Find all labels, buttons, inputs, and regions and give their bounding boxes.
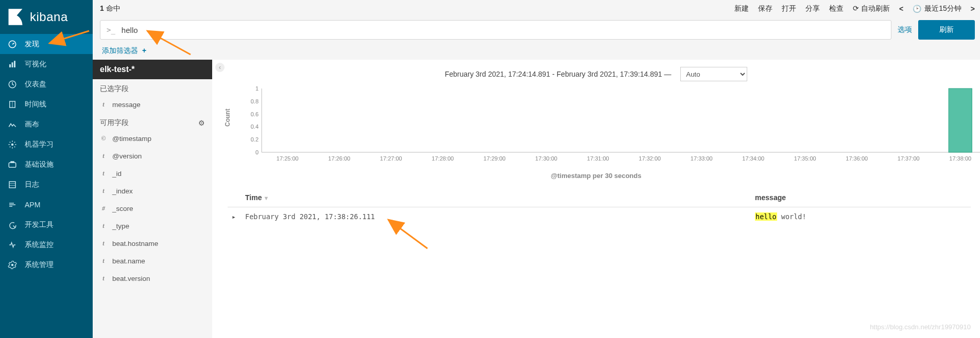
svg-text:17:30:00: 17:30:00 — [535, 155, 557, 162]
top-bar: 1 命中 新建 保存 打开 分享 检查 ⟳ 自动刷新 < 🕑 最近15分钟 > — [93, 0, 980, 17]
svg-text:17:37:00: 17:37:00 — [898, 155, 920, 162]
svg-rect-7 — [9, 163, 16, 167]
nav-item-management[interactable]: 系统管理 — [0, 255, 93, 275]
nav-item-dashboard[interactable]: 仪表盘 — [0, 74, 93, 94]
devtools-icon — [7, 220, 18, 230]
field-type-icon: t — [100, 240, 107, 247]
expand-row-icon[interactable]: ▸ — [228, 207, 241, 226]
chart-y-label: Count — [224, 109, 231, 127]
nav-item-timelion[interactable]: 时间线 — [0, 94, 93, 114]
nav-item-apm[interactable]: APM — [0, 194, 93, 215]
histogram-chart[interactable]: Count 00.20.40.60.8117:25:0017:26:0017:2… — [228, 85, 971, 168]
field-_type[interactable]: t_type — [93, 217, 212, 235]
field-type-icon: t — [100, 187, 107, 195]
field-name-label: @version — [112, 152, 142, 160]
field-type-icon: t — [100, 275, 107, 282]
time-picker[interactable]: 🕑 最近15分钟 — [913, 4, 961, 13]
selected-fields-header: 已选字段 — [93, 79, 212, 96]
svg-point-6 — [11, 143, 14, 146]
time-column-header[interactable]: Time▼ — [241, 188, 751, 207]
nav-item-ml[interactable]: 机器学习 — [0, 134, 93, 154]
svg-text:17:29:00: 17:29:00 — [484, 155, 506, 162]
hit-count: 1 命中 — [100, 4, 121, 13]
table-row[interactable]: ▸February 3rd 2021, 17:38:26.111hello wo… — [228, 207, 971, 226]
chart-x-label: @timestamp per 30 seconds — [212, 172, 980, 180]
infrastructure-icon — [7, 159, 18, 170]
interval-dropdown[interactable]: Auto — [680, 67, 747, 81]
svg-text:17:26:00: 17:26:00 — [328, 155, 350, 162]
field-type-icon: # — [100, 205, 107, 212]
visualize-icon — [7, 59, 18, 69]
menu-new[interactable]: 新建 — [734, 4, 749, 13]
svg-text:0.8: 0.8 — [251, 98, 259, 104]
nav-item-devtools[interactable]: 开发工具 — [0, 215, 93, 235]
field-beat-version[interactable]: tbeat.version — [93, 270, 212, 287]
gear-icon[interactable]: ⚙ — [198, 119, 205, 127]
svg-text:0: 0 — [255, 149, 259, 155]
menu-save[interactable]: 保存 — [758, 4, 772, 13]
refresh-button[interactable]: 刷新 — [918, 20, 975, 40]
svg-text:17:28:00: 17:28:00 — [432, 155, 454, 162]
interval-select[interactable]: Auto — [680, 67, 747, 81]
menu-open[interactable]: 打开 — [782, 4, 796, 13]
message-column-header[interactable]: message — [751, 188, 971, 207]
apm-icon — [7, 200, 18, 210]
field-message[interactable]: tmessage — [93, 96, 212, 113]
time-prev-icon[interactable]: < — [899, 5, 903, 13]
nav-item-canvas[interactable]: 画布 — [0, 114, 93, 134]
nav-item-logs[interactable]: 日志 — [0, 174, 93, 194]
side-nav: kibana 发现可视化仪表盘时间线画布机器学习基础设施日志APM开发工具系统监… — [0, 0, 93, 338]
nav-item-label: 仪表盘 — [25, 80, 46, 89]
options-link[interactable]: 选项 — [898, 25, 912, 34]
field-type-icon: t — [100, 257, 107, 265]
nav-item-visualize[interactable]: 可视化 — [0, 54, 93, 74]
nav-item-monitoring[interactable]: 系统监控 — [0, 235, 93, 255]
query-bar: >_ 选项 刷新 — [93, 17, 980, 42]
menu-share[interactable]: 分享 — [805, 4, 820, 13]
svg-text:17:25:00: 17:25:00 — [277, 155, 299, 162]
kibana-logo-icon — [6, 8, 25, 26]
brand-logo[interactable]: kibana — [0, 0, 93, 34]
field-_id[interactable]: t_id — [93, 165, 212, 182]
available-fields-label: 可用字段 — [100, 118, 129, 128]
field-_score[interactable]: #_score — [93, 200, 212, 217]
field--timestamp[interactable]: ©@timestamp — [93, 130, 212, 147]
field--version[interactable]: t@version — [93, 147, 212, 165]
field-name-label: beat.hostname — [112, 240, 158, 247]
nav-item-label: 开发工具 — [25, 220, 54, 229]
search-input[interactable] — [122, 26, 885, 34]
nav-item-label: APM — [25, 201, 40, 209]
search-box[interactable]: >_ — [100, 20, 891, 40]
nav-item-label: 画布 — [25, 120, 39, 129]
svg-text:17:31:00: 17:31:00 — [587, 155, 609, 162]
field-_index[interactable]: t_index — [93, 182, 212, 200]
nav-item-label: 机器学习 — [25, 140, 54, 149]
canvas-icon — [7, 119, 18, 130]
top-menu: 新建 保存 打开 分享 检查 ⟳ 自动刷新 < 🕑 最近15分钟 > — [734, 4, 975, 13]
svg-text:17:35:00: 17:35:00 — [794, 155, 816, 162]
time-next-icon[interactable]: > — [971, 5, 975, 13]
field-name-label: _index — [112, 187, 133, 195]
cell-message: hello world! — [751, 207, 971, 226]
index-pattern-title[interactable]: elk-test-* — [93, 60, 212, 79]
menu-inspect[interactable]: 检查 — [829, 4, 844, 13]
add-filter-link[interactable]: 添加筛选器 + — [102, 46, 146, 56]
svg-text:17:36:00: 17:36:00 — [846, 155, 868, 162]
field-beat-name[interactable]: tbeat.name — [93, 252, 212, 270]
svg-text:17:34:00: 17:34:00 — [742, 155, 764, 162]
field-type-icon: © — [100, 135, 107, 143]
menu-auto-refresh[interactable]: ⟳ 自动刷新 — [853, 4, 890, 13]
field-type-icon: t — [100, 222, 107, 230]
nav-item-infrastructure[interactable]: 基础设施 — [0, 154, 93, 174]
timelion-icon — [7, 99, 18, 110]
ml-icon — [7, 139, 18, 150]
highlight: hello — [755, 212, 777, 221]
nav-item-label: 系统管理 — [25, 260, 54, 270]
field-name-label: _type — [112, 222, 129, 230]
histogram-bar[interactable] — [949, 88, 972, 152]
field-beat-hostname[interactable]: tbeat.hostname — [93, 235, 212, 252]
field-name-label: @timestamp — [112, 135, 151, 143]
nav-item-discover[interactable]: 发现 — [0, 34, 93, 54]
svg-text:0.2: 0.2 — [251, 136, 259, 143]
fields-sidebar: elk-test-* 已选字段 tmessage 可用字段 ⚙ ©@timest… — [93, 60, 212, 338]
